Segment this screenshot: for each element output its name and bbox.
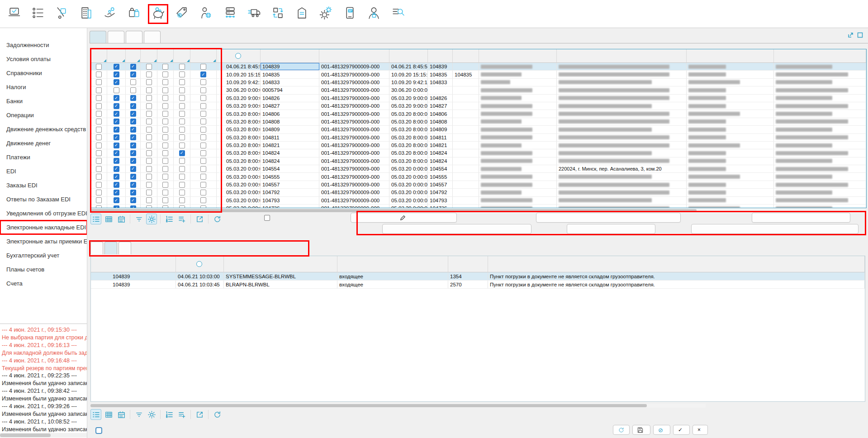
cell-export-supplier[interactable]: [107, 86, 126, 94]
cell-export-supplier[interactable]: [107, 102, 126, 110]
cell-export-buyer[interactable]: [141, 86, 157, 94]
cell-import-buyer[interactable]: [126, 205, 141, 208]
cell-cancel[interactable]: [174, 79, 190, 86]
filter-icon[interactable]: [133, 214, 144, 224]
cell-export-buyer[interactable]: [141, 134, 157, 141]
cell-kind[interactable]: входящее: [337, 281, 448, 288]
add-row-icon[interactable]: [176, 409, 187, 420]
tab-edi-invoice-line[interactable]: [90, 242, 103, 254]
cell-enabled[interactable]: [91, 142, 107, 149]
settings-gear-icon[interactable]: [146, 214, 157, 224]
cell-export-buyer[interactable]: [141, 102, 157, 110]
cell-paper-date[interactable]: 05.03.20 9:00:00: [389, 95, 428, 102]
cell-doc-datetime[interactable]: 05.03.20 0:00:00: [217, 173, 261, 180]
cell-doc-datetime[interactable]: 05.03.20 8:00:00: [217, 134, 261, 141]
cell-import-supplier[interactable]: [157, 86, 174, 94]
cell-import-buyer[interactable]: [126, 181, 141, 188]
cell-paper-date[interactable]: 05.03.20 0:00:00: [389, 173, 428, 180]
cell-buyer-warehouse[interactable]: [687, 189, 774, 196]
cell-buyer-address[interactable]: [774, 189, 866, 196]
col-header-buyer-warehouse[interactable]: [687, 49, 774, 63]
col-header-accepted[interactable]: [190, 49, 217, 63]
cell-supplier[interactable]: [479, 126, 557, 133]
cell-supplier-address[interactable]: [557, 110, 687, 117]
cell-accepted[interactable]: [190, 71, 217, 78]
cell-buyer-warehouse[interactable]: [687, 71, 774, 78]
view-list-icon[interactable]: [90, 214, 101, 224]
cell-import-supplier[interactable]: [157, 157, 174, 165]
cell-invoice-number-2[interactable]: [453, 142, 479, 149]
cell-export-supplier[interactable]: [107, 63, 126, 70]
cell-export-supplier[interactable]: [107, 149, 126, 157]
cell-supplier-address[interactable]: [557, 86, 687, 94]
tree-item[interactable]: Уведомления об отгрузке EDI: [0, 206, 87, 220]
toolbar-item-sales[interactable]: [101, 5, 119, 23]
cell-invoice-number-2[interactable]: [453, 126, 479, 133]
cell-invoice-number-2[interactable]: [453, 181, 479, 188]
cell-import-buyer[interactable]: [126, 102, 141, 110]
cell-invoice-number-1[interactable]: 104809: [428, 126, 453, 133]
cell-buyer-address[interactable]: [774, 205, 866, 208]
cell-import-supplier[interactable]: [157, 118, 174, 125]
sidebar-horizontal-scrollbar[interactable]: [0, 433, 87, 438]
table-row[interactable]: 05.03.20 8:00:00 104821 001-481329790000…: [91, 142, 866, 149]
cell-import-supplier[interactable]: [157, 189, 174, 196]
cell-buyer-address[interactable]: [774, 157, 866, 165]
cell-invoice-number-1[interactable]: 104824: [428, 157, 453, 165]
view-table-icon[interactable]: [103, 214, 114, 224]
cell-supplier[interactable]: [479, 95, 557, 102]
cell-cancel[interactable]: [174, 95, 190, 102]
cell-buyer-warehouse[interactable]: [687, 149, 774, 157]
message-row[interactable]: 104839 04.06.21 10:03:45 BLRAPN-BLRWBL в…: [91, 281, 865, 289]
cell-doc-datetime[interactable]: 05.03.20 9:00:00: [217, 95, 261, 102]
cell-invoice-number-1[interactable]: 104736: [428, 205, 453, 208]
cell-supplier[interactable]: [479, 102, 557, 110]
tab-invoices-sale[interactable]: [108, 31, 124, 43]
cell-supplier[interactable]: [479, 134, 557, 141]
cell-doc-datetime[interactable]: 10.09.20 15:15:02: [217, 71, 261, 78]
cell-buyer-warehouse[interactable]: [687, 142, 774, 149]
tree-item[interactable]: Движение денег: [0, 136, 87, 150]
cell-invoice-number-1[interactable]: 104835: [428, 71, 453, 78]
cell-supplier-address[interactable]: [557, 118, 687, 125]
col-header-supplier[interactable]: [479, 49, 557, 63]
cell-cancel[interactable]: [174, 205, 190, 208]
sign-send-supplier-button[interactable]: [567, 224, 655, 234]
cell-number[interactable]: 104833: [261, 79, 319, 86]
cell-import-supplier[interactable]: [157, 181, 174, 188]
cell-buyer-warehouse[interactable]: [687, 173, 774, 180]
cell-buyer-address[interactable]: [774, 118, 866, 125]
cell-paper-series[interactable]: 001-4813297900009-000: [319, 118, 389, 125]
toolbar-item-account[interactable]: [365, 5, 383, 23]
cell-buyer-warehouse[interactable]: [687, 86, 774, 94]
col-header-kind[interactable]: [337, 256, 448, 272]
cell-export-buyer[interactable]: [141, 149, 157, 157]
toolbar-item-equipment[interactable]: [221, 5, 239, 23]
cell-doc-datetime[interactable]: 05.03.20 8:00:00: [217, 118, 261, 125]
ok-button[interactable]: ✓: [673, 425, 690, 435]
cell-accepted[interactable]: [190, 86, 217, 94]
cell-invoice-number-2[interactable]: [453, 157, 479, 165]
table-row[interactable]: 05.03.20 0:00:00 104793 001-481329790000…: [91, 197, 866, 205]
cell-doc-datetime[interactable]: 05.03.20 0:00:00: [217, 205, 261, 208]
cell-number[interactable]: 104827: [261, 102, 319, 110]
cell-supplier[interactable]: [479, 189, 557, 196]
cell-buyer-warehouse[interactable]: [687, 165, 774, 172]
cell-buyer-warehouse[interactable]: [687, 126, 774, 133]
cell-buyer-warehouse[interactable]: [687, 63, 774, 70]
cell-supplier[interactable]: [479, 157, 557, 165]
col-header-invoice[interactable]: [91, 256, 176, 272]
cell-invoice[interactable]: 104839: [91, 281, 176, 288]
col-header-paper-series[interactable]: [319, 49, 389, 63]
tree-item[interactable]: Планы счетов: [0, 262, 87, 276]
cell-cancel[interactable]: [174, 173, 190, 180]
cell-supplier-address[interactable]: [557, 95, 687, 102]
cell-paper-date[interactable]: 05.03.20 8:00:00: [389, 149, 428, 157]
tree-item[interactable]: Задолженности: [0, 38, 87, 52]
cell-import-supplier[interactable]: [157, 63, 174, 70]
cell-buyer-address[interactable]: [774, 102, 866, 110]
tree-item[interactable]: Ответы по Заказам EDI: [0, 192, 87, 206]
cell-doc-datetime[interactable]: 10.09.20 9:42:13: [217, 79, 261, 86]
cell-buyer-address[interactable]: [774, 165, 866, 172]
cell-type[interactable]: BLRAPN-BLRWBL: [224, 281, 337, 288]
